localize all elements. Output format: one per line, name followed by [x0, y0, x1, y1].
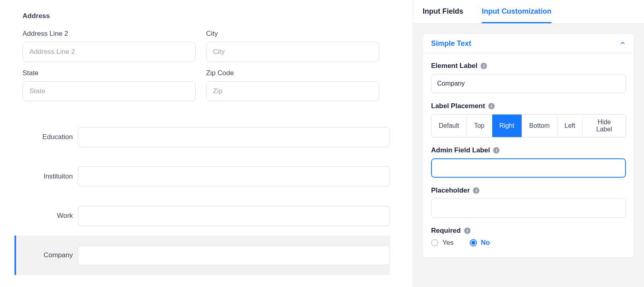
input-placeholder[interactable]	[431, 199, 626, 218]
radio-required-no[interactable]: No	[470, 239, 490, 247]
segmented-label-placement: Default Top Right Bottom Left Hide Label	[431, 114, 626, 137]
input-admin-field-label[interactable]	[431, 158, 626, 178]
prop-label-element-label: Element Label	[431, 62, 477, 70]
prop-label-label-placement: Label Placement	[431, 102, 485, 110]
input-institution[interactable]	[78, 166, 390, 187]
side-panel: Input Fields Input Customization Simple …	[413, 0, 644, 287]
seg-option-default[interactable]: Default	[431, 115, 467, 137]
info-icon[interactable]: i	[464, 228, 471, 234]
seg-option-right[interactable]: Right	[492, 115, 522, 137]
input-city[interactable]	[206, 42, 379, 62]
side-tabs: Input Fields Input Customization	[413, 0, 644, 24]
field-row-work[interactable]: Work	[23, 196, 390, 236]
prop-label-placeholder: Placeholder	[431, 187, 470, 195]
seg-option-bottom[interactable]: Bottom	[522, 115, 557, 137]
field-row-company[interactable]: Company	[14, 236, 390, 275]
seg-option-left[interactable]: Left	[557, 115, 583, 137]
tab-input-customization[interactable]: Input Customization	[482, 0, 551, 23]
prop-label-required: Required	[431, 227, 461, 235]
input-education[interactable]	[78, 127, 390, 147]
tab-input-fields[interactable]: Input Fields	[423, 0, 463, 23]
input-element-label[interactable]	[431, 74, 626, 93]
input-state[interactable]	[23, 81, 196, 101]
radio-dot-icon	[431, 239, 438, 246]
input-company[interactable]	[78, 245, 390, 265]
form-canvas: Address Address Line 2 City State Zip Co…	[0, 0, 413, 287]
input-address-line-2[interactable]	[23, 42, 196, 62]
radio-dot-icon	[470, 239, 477, 246]
label-company: Company	[23, 251, 73, 259]
info-icon[interactable]: i	[473, 187, 479, 194]
label-institution: Instituiton	[23, 172, 73, 180]
field-row-education[interactable]: Education	[23, 117, 390, 157]
label-work: Work	[23, 212, 73, 220]
label-state: State	[23, 69, 196, 77]
seg-option-top[interactable]: Top	[467, 115, 492, 137]
input-work[interactable]	[78, 206, 390, 226]
chevron-up-icon	[619, 40, 626, 48]
label-city: City	[206, 30, 379, 38]
field-row-institution[interactable]: Instituiton	[23, 157, 390, 196]
card-title: Simple Text	[431, 39, 471, 48]
input-zip-code[interactable]	[206, 81, 379, 101]
card-simple-text: Simple Text Element Label i	[423, 33, 634, 258]
label-zip-code: Zip Code	[206, 69, 379, 77]
info-icon[interactable]: i	[488, 103, 495, 109]
radio-required-yes[interactable]: Yes	[431, 239, 454, 247]
label-address-line-2: Address Line 2	[23, 30, 196, 38]
seg-option-hide-label[interactable]: Hide Label	[583, 115, 625, 137]
card-header-simple-text[interactable]: Simple Text	[423, 34, 634, 54]
section-heading-address: Address	[23, 12, 390, 20]
info-icon[interactable]: i	[481, 63, 487, 69]
prop-label-admin-field-label: Admin Field Label	[431, 146, 490, 154]
label-education: Education	[23, 133, 73, 141]
info-icon[interactable]: i	[493, 147, 500, 154]
